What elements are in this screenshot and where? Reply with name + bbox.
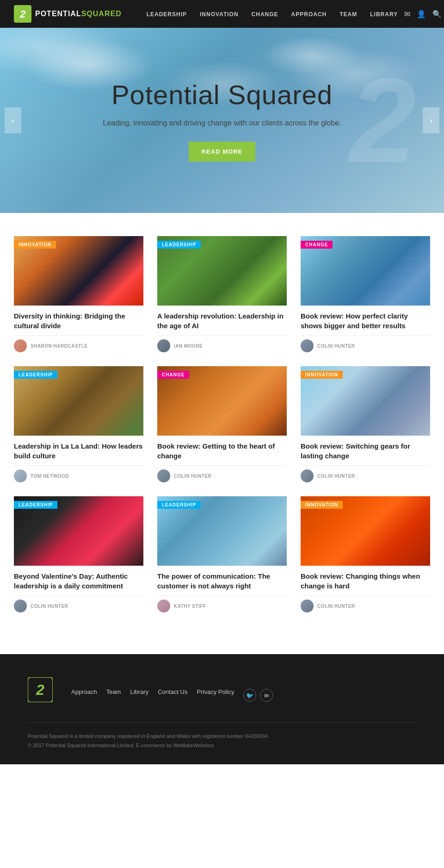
article-title: A leadership revolution: Leadership in t… — [157, 311, 287, 331]
article-title: Leadership in La La Land: How leaders bu… — [14, 441, 143, 461]
email-icon[interactable]: ✉ — [404, 10, 410, 19]
author-avatar — [14, 469, 27, 482]
footer-team-link[interactable]: Team — [106, 688, 121, 695]
search-icon[interactable]: 🔍 — [432, 10, 442, 19]
footer-legal: Potential Squared is a limited company r… — [28, 732, 416, 750]
article-author: SHARON HARDCASTLE — [14, 335, 143, 352]
author-name: COLIN HUNTER — [317, 604, 355, 609]
article-card[interactable]: LEADERSHIP The power of communication: T… — [157, 496, 287, 612]
hero-watermark: 2 — [349, 60, 416, 181]
nav-team[interactable]: TEAM — [333, 11, 364, 18]
hero-cta-button[interactable]: READ MORE — [189, 142, 255, 162]
footer-logo: 2 — [28, 677, 53, 704]
author-name: COLIN HUNTER — [31, 604, 68, 609]
article-title: Book review: How perfect clarity shows b… — [301, 311, 430, 331]
article-author: COLIN HUNTER — [14, 595, 143, 612]
logo-icon: 2 — [14, 5, 31, 23]
article-card[interactable]: INNOVATION Book review: Switching gears … — [301, 366, 430, 482]
article-author: IAN MOORE — [157, 335, 287, 352]
nav-change[interactable]: CHANGE — [245, 11, 285, 18]
article-author: KATHY STIFF — [157, 595, 287, 612]
author-name: COLIN HUNTER — [317, 343, 355, 349]
author-avatar — [157, 469, 170, 482]
hero-subtitle: Leading, innovating and driving change w… — [103, 118, 341, 129]
article-tag: CHANGE — [301, 241, 333, 249]
article-card[interactable]: CHANGE Book review: Getting to the heart… — [157, 366, 287, 482]
footer-logo-icon: 2 — [28, 677, 53, 702]
article-image-wrap: INNOVATION — [301, 496, 430, 566]
author-name: TOM HEYWOOD — [31, 474, 69, 479]
user-icon[interactable]: 👤 — [417, 10, 426, 19]
footer-bottom: Potential Squared is a limited company r… — [28, 722, 416, 750]
author-avatar — [301, 599, 314, 612]
article-grid: INNOVATION Diversity in thinking: Bridgi… — [14, 236, 430, 612]
slider-next-button[interactable]: › — [423, 107, 439, 133]
article-author: COLIN HUNTER — [157, 465, 287, 482]
author-name: COLIN HUNTER — [317, 474, 355, 479]
article-tag: CHANGE — [157, 371, 189, 379]
author-name: KATHY STIFF — [174, 604, 206, 609]
navbar: 2 POTENTIALSQUARED LEADERSHIP INNOVATION… — [0, 0, 444, 28]
logo-text: POTENTIALSQUARED — [35, 10, 122, 18]
article-title: Beyond Valentine's Day: Authentic leader… — [14, 571, 143, 591]
nav-leadership[interactable]: LEADERSHIP — [140, 11, 193, 18]
footer-contact-link[interactable]: Contact Us — [158, 688, 187, 695]
article-author: COLIN HUNTER — [301, 335, 430, 352]
author-name: COLIN HUNTER — [174, 474, 212, 479]
author-avatar — [14, 339, 27, 352]
author-avatar — [157, 599, 170, 612]
article-title: Book review: Getting to the heart of cha… — [157, 441, 287, 461]
article-image-wrap: LEADERSHIP — [14, 366, 143, 436]
footer: 2 Approach Team Library Contact Us Priva… — [0, 654, 444, 764]
author-name: SHARON HARDCASTLE — [31, 343, 88, 349]
article-tag: INNOVATION — [301, 501, 343, 509]
author-name: IAN MOORE — [174, 343, 203, 349]
svg-text:2: 2 — [36, 681, 44, 698]
article-card[interactable]: CHANGE Book review: How perfect clarity … — [301, 236, 430, 352]
article-title: Diversity in thinking: Bridging the cult… — [14, 311, 143, 331]
article-tag: INNOVATION — [301, 371, 343, 379]
article-image-wrap: CHANGE — [157, 366, 287, 436]
svg-text:2: 2 — [19, 8, 26, 20]
article-image-wrap: INNOVATION — [14, 236, 143, 306]
article-image-wrap: INNOVATION — [301, 366, 430, 436]
author-avatar — [301, 339, 314, 352]
article-card[interactable]: INNOVATION Book review: Changing things … — [301, 496, 430, 612]
article-card[interactable]: LEADERSHIP A leadership revolution: Lead… — [157, 236, 287, 352]
footer-privacy-link[interactable]: Privacy Policy — [197, 688, 234, 695]
article-tag: LEADERSHIP — [157, 241, 201, 249]
article-tag: LEADERSHIP — [14, 371, 57, 379]
author-avatar — [157, 339, 170, 352]
twitter-button[interactable]: 🐦 — [243, 689, 256, 702]
author-avatar — [14, 599, 27, 612]
article-tag: LEADERSHIP — [157, 501, 201, 509]
hero-content: Potential Squared Leading, innovating an… — [94, 70, 351, 171]
article-title: The power of communication: The customer… — [157, 571, 287, 591]
footer-library-link[interactable]: Library — [130, 688, 148, 695]
nav-links: LEADERSHIP INNOVATION CHANGE APPROACH TE… — [140, 10, 404, 18]
article-image-wrap: LEADERSHIP — [157, 236, 287, 306]
linkedin-button[interactable]: in — [260, 689, 273, 702]
author-avatar — [301, 469, 314, 482]
hero-title: Potential Squared — [103, 79, 341, 110]
article-card[interactable]: LEADERSHIP Leadership in La La Land: How… — [14, 366, 143, 482]
article-author: TOM HEYWOOD — [14, 465, 143, 482]
logo-link[interactable]: 2 POTENTIALSQUARED — [14, 5, 122, 23]
nav-innovation[interactable]: INNOVATION — [193, 11, 245, 18]
nav-library[interactable]: LIBRARY — [364, 11, 404, 18]
article-title: Book review: Changing things when change… — [301, 571, 430, 591]
content-area: INNOVATION Diversity in thinking: Bridgi… — [0, 213, 444, 654]
article-card[interactable]: LEADERSHIP Beyond Valentine's Day: Authe… — [14, 496, 143, 612]
nav-approach[interactable]: APPROACH — [285, 11, 333, 18]
article-card[interactable]: INNOVATION Diversity in thinking: Bridgi… — [14, 236, 143, 352]
article-image-wrap: LEADERSHIP — [157, 496, 287, 566]
article-tag: INNOVATION — [14, 241, 56, 249]
article-author: COLIN HUNTER — [301, 595, 430, 612]
article-author: COLIN HUNTER — [301, 465, 430, 482]
hero-slider: 2 ‹ Potential Squared Leading, innovatin… — [0, 28, 444, 213]
article-image-wrap: CHANGE — [301, 236, 430, 306]
nav-icons: ✉ 👤 🔍 — [404, 10, 442, 19]
slider-prev-button[interactable]: ‹ — [5, 107, 21, 133]
footer-approach-link[interactable]: Approach — [71, 688, 97, 695]
article-title: Book review: Switching gears for lasting… — [301, 441, 430, 461]
